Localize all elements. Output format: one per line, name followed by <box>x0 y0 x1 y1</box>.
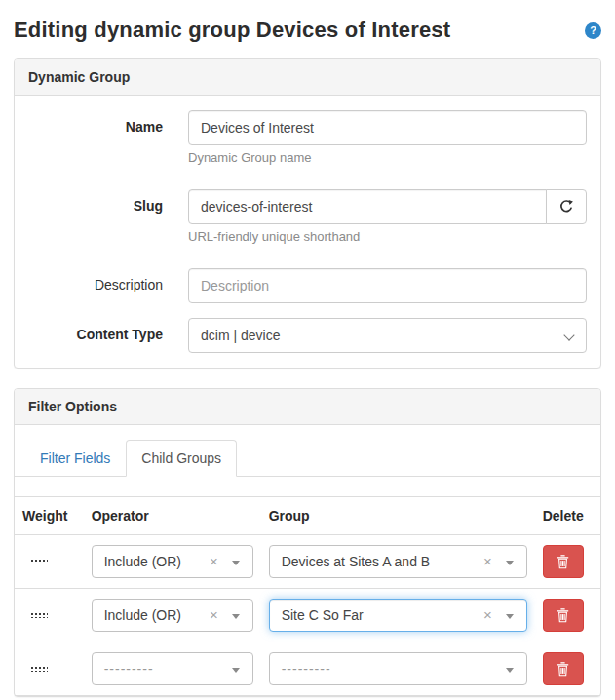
name-field-group: Name Dynamic Group name <box>28 110 587 175</box>
operator-select[interactable]: Include (OR) × <box>92 545 253 578</box>
delete-row-button[interactable] <box>543 599 584 632</box>
trash-icon <box>557 555 569 569</box>
group-column-header: Group <box>261 497 535 535</box>
trash-icon <box>557 608 569 623</box>
drag-handle-dots-icon[interactable] <box>30 559 48 564</box>
child-groups-table-body: Include (OR) × Devices at Sites A and B … <box>15 535 600 696</box>
operator-select[interactable]: Include (OR) × <box>92 599 253 632</box>
content-type-field-group: Content Type dcim | device <box>28 318 587 353</box>
child-groups-table: Weight Operator Group Delete Include (OR… <box>15 496 600 696</box>
name-label: Name <box>28 110 163 175</box>
slug-label: Slug <box>28 189 163 253</box>
description-field-group: Description <box>28 268 587 303</box>
drag-handle-dots-icon[interactable] <box>30 612 48 618</box>
tab-filter-fields[interactable]: Filter Fields <box>24 440 126 477</box>
content-type-label: Content Type <box>28 318 163 353</box>
child-group-row: Include (OR) × Site C So Far × <box>15 589 600 642</box>
slug-field-group: Slug URL-friendly <box>28 189 587 253</box>
operator-column-header: Operator <box>84 497 261 535</box>
description-label: Description <box>28 268 163 303</box>
x-clear-icon[interactable]: × <box>483 606 492 624</box>
operator-select-value: Include (OR) <box>104 554 181 569</box>
description-input[interactable] <box>188 268 587 303</box>
weight-column-header: Weight <box>15 497 84 535</box>
slug-help-text: URL-friendly unique shorthand <box>188 229 587 244</box>
dynamic-group-panel-title: Dynamic Group <box>15 59 600 96</box>
child-group-row: Include (OR) × Devices at Sites A and B … <box>15 535 600 589</box>
delete-row-button[interactable] <box>543 652 584 685</box>
trash-icon <box>557 662 569 677</box>
refresh-icon <box>558 199 574 214</box>
child-groups-header-row: Weight Operator Group Delete <box>15 497 600 535</box>
caret-down-icon[interactable] <box>232 614 240 619</box>
group-select[interactable]: Devices at Sites A and B × <box>269 545 527 578</box>
filter-options-panel-title: Filter Options <box>15 389 600 425</box>
delete-row-button[interactable] <box>543 545 584 578</box>
page-header: Editing dynamic group Devices of Interes… <box>14 18 601 43</box>
group-select[interactable]: --------- × <box>269 652 527 685</box>
caret-down-icon[interactable] <box>506 561 514 565</box>
x-clear-icon[interactable]: × <box>210 553 218 570</box>
filter-options-panel-body: Filter Fields Child Groups Weight Operat… <box>15 425 600 696</box>
operator-select-value: Include (OR) <box>104 607 181 623</box>
caret-down-icon[interactable] <box>506 668 514 673</box>
slug-regenerate-button[interactable] <box>546 189 587 224</box>
name-help-text: Dynamic Group name <box>188 150 587 165</box>
x-clear-icon[interactable]: × <box>210 606 218 624</box>
group-select-value: Site C So Far <box>282 607 364 623</box>
delete-column-header: Delete <box>535 497 600 535</box>
filter-options-panel: Filter Options Filter Fields Child Group… <box>14 388 601 697</box>
caret-down-icon[interactable] <box>232 561 240 565</box>
question-circle-icon[interactable]: ? <box>585 22 601 39</box>
content-type-select[interactable]: dcim | device <box>188 318 587 353</box>
edit-dynamic-group-page: Editing dynamic group Devices of Interes… <box>0 0 615 700</box>
slug-input[interactable] <box>188 189 547 224</box>
page-title: Editing dynamic group Devices of Interes… <box>14 18 450 43</box>
child-group-row: --------- × --------- × <box>15 642 600 696</box>
dynamic-group-panel: Dynamic Group Name Dynamic Group name Sl… <box>14 58 601 369</box>
tab-child-groups[interactable]: Child Groups <box>126 440 237 477</box>
dynamic-group-panel-body: Name Dynamic Group name Slug <box>15 96 600 368</box>
group-select-value: Devices at Sites A and B <box>282 554 431 569</box>
operator-select-value: --------- <box>104 661 154 677</box>
caret-down-icon[interactable] <box>506 614 514 619</box>
group-select[interactable]: Site C So Far × <box>269 599 527 632</box>
operator-select[interactable]: --------- × <box>92 652 253 685</box>
caret-down-icon[interactable] <box>232 668 240 673</box>
group-select-value: --------- <box>282 661 331 677</box>
content-type-value: dcim | device <box>201 328 280 343</box>
chevron-down-icon <box>563 330 574 340</box>
name-input[interactable] <box>188 110 587 145</box>
filter-tabs: Filter Fields Child Groups <box>15 440 600 477</box>
drag-handle-dots-icon[interactable] <box>30 666 48 672</box>
x-clear-icon[interactable]: × <box>483 553 492 570</box>
